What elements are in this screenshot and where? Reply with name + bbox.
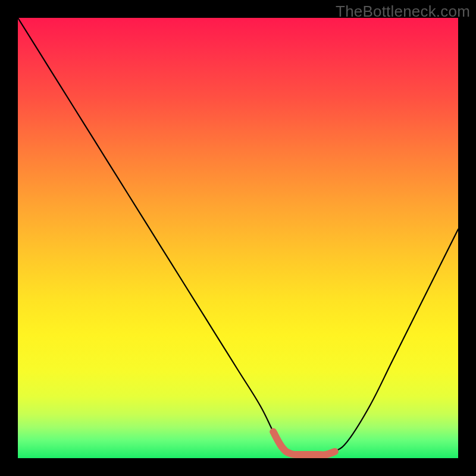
chart-baseline-highlight	[273, 432, 335, 455]
watermark-text: TheBottleneck.com	[336, 2, 470, 21]
chart-plot-area	[18, 18, 458, 458]
chart-svg	[18, 18, 458, 458]
chart-curve	[18, 18, 458, 457]
